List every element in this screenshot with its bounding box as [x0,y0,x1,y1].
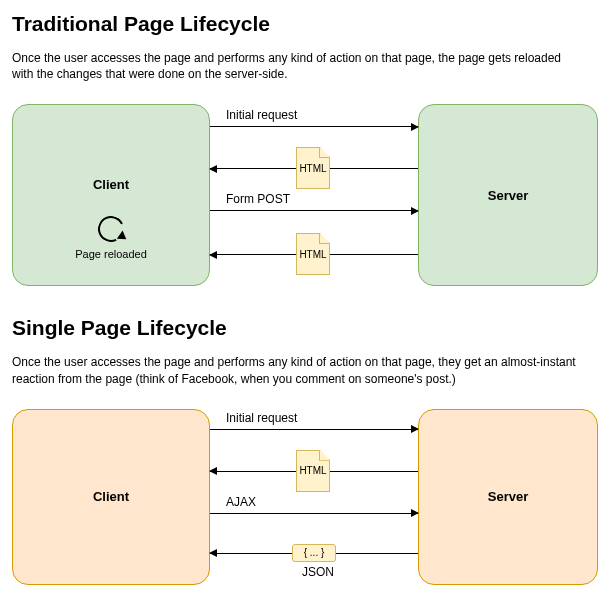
traditional-reload-label: Page reloaded [75,248,147,260]
traditional-form-post-label: Form POST [226,192,290,206]
traditional-client-box: Client Page reloaded [12,104,210,286]
arrow-right-icon [210,126,418,127]
spa-initial-request-label: Initial request [226,411,297,425]
spa-json-caption: JSON [302,565,334,579]
arrow-right-icon [210,429,418,430]
spa-json-content: { ... } [304,547,325,558]
spa-diagram: Client Server Initial request HTML AJAX … [12,405,598,589]
traditional-client-label: Client [93,177,129,192]
traditional-description: Once the user accesses the page and perf… [12,50,582,82]
spa-html-label: HTML [299,465,326,476]
reload-icon [98,216,124,242]
html-file-icon: HTML [296,147,330,189]
traditional-title: Traditional Page Lifecycle [12,12,598,36]
spa-title: Single Page Lifecycle [12,316,598,340]
traditional-initial-request-label: Initial request [226,108,297,122]
spa-ajax-label: AJAX [226,495,256,509]
traditional-server-label: Server [488,188,528,203]
traditional-html-label-2: HTML [299,249,326,260]
spa-description: Once the user accesses the page and perf… [12,354,582,386]
spa-client-box: Client [12,409,210,585]
json-node-icon: { ... } [292,544,336,562]
traditional-server-box: Server [418,104,598,286]
spa-server-label: Server [488,489,528,504]
traditional-diagram: Client Page reloaded Server Initial requ… [12,100,598,290]
traditional-html-label-1: HTML [299,163,326,174]
spa-client-label: Client [93,489,129,504]
html-file-icon: HTML [296,450,330,492]
arrow-right-icon [210,210,418,211]
spa-server-box: Server [418,409,598,585]
arrow-right-icon [210,513,418,514]
html-file-icon: HTML [296,233,330,275]
